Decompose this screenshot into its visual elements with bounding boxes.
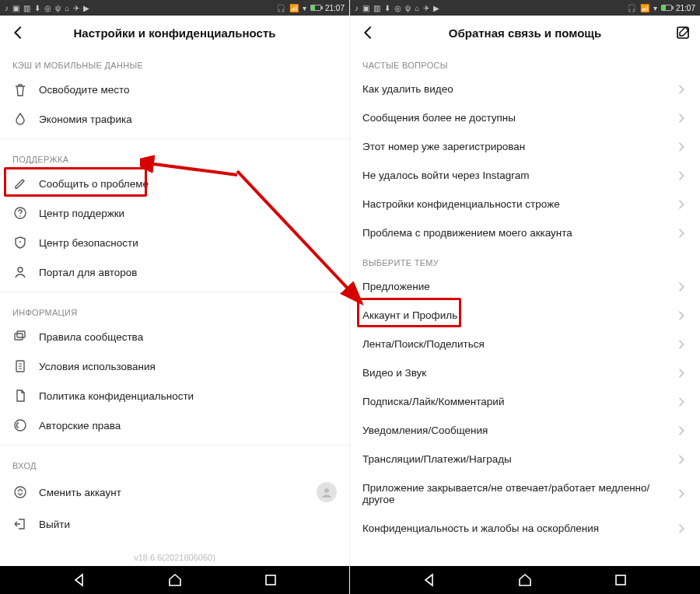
row-label: Трансляции/Платежи/Награды [362, 453, 677, 465]
row-safety-center[interactable]: Центр безопасности [0, 228, 349, 257]
section-login: ВХОД [0, 450, 349, 475]
row-topic-suggestion[interactable]: Предложение [350, 272, 700, 301]
row-faq-privacy-stricter[interactable]: Настройки конфиденциальности строже [350, 190, 700, 218]
chevron-right-icon [677, 339, 688, 350]
row-faq-msg-unavailable[interactable]: Сообщения более не доступны [350, 103, 700, 132]
row-label: Правила сообщества [39, 331, 143, 343]
row-topic-sub-like-comment[interactable]: Подписка/Лайк/Комментарий [350, 387, 700, 416]
row-label: Конфиденциальность и жалобы на оскорблен… [362, 522, 677, 534]
avatar [317, 482, 337, 502]
row-copyright[interactable]: Авторские права [0, 411, 349, 440]
row-topic-app-issues[interactable]: Приложение закрывается/не отвечает/работ… [350, 473, 700, 514]
nav-home-icon[interactable] [517, 572, 533, 588]
row-topic-privacy-abuse[interactable]: Конфиденциальность и жалобы на оскорблен… [350, 514, 700, 543]
row-faq-number-registered[interactable]: Этот номер уже зарегистрирован [350, 132, 700, 161]
row-label: Не удалось войти через Instagram [362, 169, 677, 181]
row-label: Сменить аккаунт [39, 487, 121, 498]
nav-recent-icon[interactable] [263, 572, 278, 588]
nav-back-icon[interactable] [422, 572, 437, 588]
row-creator-portal[interactable]: Портал для авторов [0, 257, 349, 287]
chevron-right-icon [677, 170, 688, 181]
section-faq: ЧАСТЫЕ ВОПРОСЫ [350, 50, 700, 75]
logout-icon [12, 516, 28, 532]
row-switch-account[interactable]: Сменить аккаунт [0, 475, 349, 509]
chevron-right-icon [677, 454, 688, 465]
row-faq-instagram[interactable]: Не удалось войти через Instagram [350, 161, 700, 190]
row-topic-notifications[interactable]: Уведомления/Сообщения [350, 416, 700, 445]
row-data-saver[interactable]: Экономия трафика [0, 104, 349, 134]
divider [0, 445, 349, 446]
chevron-right-icon [677, 113, 688, 124]
page-title: Обратная связь и помощь [350, 26, 700, 40]
row-label: Освободите место [39, 84, 130, 96]
row-terms[interactable]: Условия использования [0, 351, 349, 381]
nav-back-icon[interactable] [72, 572, 87, 588]
row-topic-feed[interactable]: Лента/Поиск/Поделиться [350, 330, 700, 358]
row-label: Аккаунт и Профиль [362, 309, 677, 321]
section-topic: ВЫБЕРИТЕ ТЕМУ [350, 247, 700, 272]
chevron-right-icon [677, 425, 688, 436]
row-guidelines[interactable]: Правила сообщества [0, 322, 349, 351]
row-label: Настройки конфиденциальности строже [362, 198, 677, 210]
trash-icon [12, 82, 28, 97]
shield-icon [12, 235, 28, 250]
row-label: Портал для авторов [39, 267, 138, 278]
row-label: Авторские права [39, 420, 121, 432]
row-topic-account-profile[interactable]: Аккаунт и Профиль [350, 301, 700, 330]
row-label: Как удалить видео [362, 83, 677, 95]
row-label: Выйти [39, 519, 70, 530]
row-help-center[interactable]: Центр поддержки [0, 198, 349, 228]
person-icon [12, 264, 28, 280]
row-label: Политика конфиденциальности [39, 390, 194, 402]
row-privacy[interactable]: Политика конфиденциальности [0, 381, 349, 411]
row-label: Предложение [362, 281, 677, 292]
status-time: 21:07 [325, 4, 345, 12]
nav-recent-icon[interactable] [613, 572, 628, 588]
doc-icon [12, 358, 28, 374]
row-free-space[interactable]: Освободите место [0, 75, 349, 104]
nav-home-icon[interactable] [167, 572, 183, 588]
row-label: Приложение закрывается/не отвечает/работ… [362, 482, 677, 505]
page-icon [12, 388, 28, 404]
pencil-icon [12, 176, 28, 191]
row-label: Проблема с продвижением моего аккаунта [362, 227, 677, 239]
row-label: Видео и Звук [362, 367, 677, 379]
row-faq-delete-video[interactable]: Как удалить видео [350, 75, 700, 103]
switch-icon [12, 484, 28, 500]
chevron-right-icon [677, 142, 688, 152]
help-icon [12, 205, 28, 221]
divider [0, 292, 349, 292]
settings-screen: ♪▣▥⬇◎ψ⌂✈▶ 🎧📶▾ 21:07 Настройки и конфиден… [0, 0, 350, 594]
row-topic-streams[interactable]: Трансляции/Платежи/Награды [350, 445, 700, 473]
row-report-problem[interactable]: Сообщить о проблеме [0, 169, 349, 198]
app-header-right: Обратная связь и помощь [350, 16, 700, 50]
row-faq-promo[interactable]: Проблема с продвижением моего аккаунта [350, 218, 700, 247]
row-topic-video-sound[interactable]: Видео и Звук [350, 358, 700, 387]
help-screen: ♪▣▥⬇◎ψ⌂✈▶ 🎧📶▾ 21:07 Обратная связь и пом… [350, 0, 700, 594]
chevron-right-icon [677, 84, 688, 95]
app-header-left: Настройки и конфиденциальность [0, 16, 349, 50]
page-title: Настройки и конфиденциальность [0, 26, 349, 40]
row-label: Центр безопасности [39, 237, 138, 249]
back-icon[interactable] [9, 24, 26, 41]
row-label: Этот номер уже зарегистрирован [362, 141, 677, 152]
chevron-right-icon [677, 199, 688, 210]
row-label: Подписка/Лайк/Комментарий [362, 396, 677, 407]
left-content: КЭШ И МОБИЛЬНЫЕ ДАННЫЕ Освободите место … [0, 50, 349, 566]
drop-icon [12, 111, 28, 127]
back-icon[interactable] [359, 24, 376, 41]
row-label: Уведомления/Сообщения [362, 425, 677, 436]
section-info: ИНФОРМАЦИЯ [0, 297, 349, 322]
row-label: Экономия трафика [39, 114, 132, 125]
section-cache: КЭШ И МОБИЛЬНЫЕ ДАННЫЕ [0, 50, 349, 75]
chevron-right-icon [677, 281, 688, 292]
section-support: ПОДДЕРЖКА [0, 144, 349, 169]
status-bar: ♪▣▥⬇◎ψ⌂✈▶ 🎧📶▾ 21:07 [350, 0, 700, 16]
chevron-right-icon [677, 310, 688, 321]
chevron-right-icon [677, 488, 688, 499]
row-logout[interactable]: Выйти [0, 509, 349, 539]
row-label: Условия использования [39, 361, 156, 372]
slides-icon [12, 329, 28, 344]
row-label: Сообщения более не доступны [362, 112, 677, 124]
compose-icon[interactable] [675, 25, 691, 40]
